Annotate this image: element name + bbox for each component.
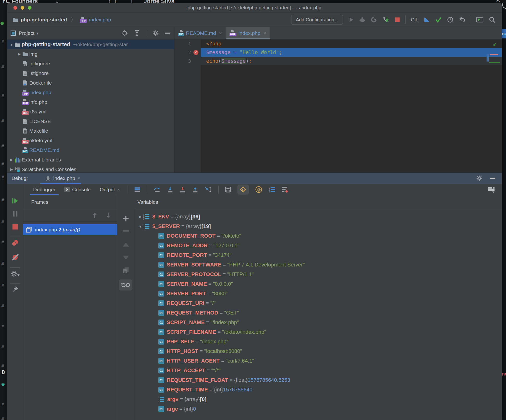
- close-session-icon[interactable]: ×: [78, 176, 80, 181]
- variable-row-_server[interactable]: ▼123$_SERVER = {array} [19]: [134, 221, 502, 231]
- tree-item-readme-md[interactable]: MDREADME.md: [7, 145, 174, 155]
- variable-row-script_name[interactable]: 01SCRIPT_NAME = "/index.php": [134, 318, 502, 327]
- debug-settings-icon[interactable]: [7, 270, 23, 277]
- tree-item-root[interactable]: ▼php-getting-started~/okteto/php-getting…: [7, 40, 174, 49]
- tab-output[interactable]: Output ×: [98, 184, 121, 195]
- step-out-icon[interactable]: [192, 187, 198, 193]
- debug-session-tab[interactable]: index.php ×: [42, 173, 84, 184]
- tree-item--stignore[interactable]: .stignore: [7, 68, 174, 78]
- variable-row-remote_port[interactable]: 01REMOTE_PORT = "34174": [134, 250, 502, 260]
- frame-row-selected[interactable]: index.php:2, {main}(): [23, 224, 117, 235]
- copy-icon[interactable]: [117, 267, 134, 274]
- variable-row-server_protocol[interactable]: 01SERVER_PROTOCOL = "HTTP/1.1": [134, 270, 502, 279]
- expander-closed-icon[interactable]: ▶: [17, 52, 21, 56]
- variable-row-request_time_float[interactable]: 01REQUEST_TIME_FLOAT = {float} 157678564…: [134, 375, 502, 385]
- variable-row-server_name[interactable]: 01SERVER_NAME = "0.0.0.0": [134, 279, 502, 289]
- variable-row-server_port[interactable]: 01SERVER_PORT = "8080": [134, 289, 502, 298]
- expander-open-icon[interactable]: ▼: [10, 42, 13, 47]
- tab-console[interactable]: Console: [63, 184, 92, 195]
- variable-row-script_filename[interactable]: 01SCRIPT_FILENAME = "/okteto/index.php": [134, 327, 502, 337]
- pin-icon[interactable]: [7, 286, 23, 293]
- remove-watch-icon[interactable]: [117, 230, 134, 232]
- view-breakpoints-icon[interactable]: [7, 240, 23, 246]
- stop-icon[interactable]: [395, 17, 400, 22]
- tree-item--gitignore[interactable]: .gitignore: [7, 59, 174, 68]
- variable-row-remote_addr[interactable]: 01REMOTE_ADDR = "127.0.0.1": [134, 241, 502, 250]
- rollback-icon[interactable]: [459, 17, 465, 23]
- variable-row-request_uri[interactable]: 01REQUEST_URI = "/": [134, 298, 502, 308]
- tree-item-okteto-yml[interactable]: YMLokteto.yml: [7, 136, 174, 145]
- gear-icon[interactable]: [153, 30, 159, 36]
- debug-icon[interactable]: [359, 17, 366, 23]
- numbered-keys-icon[interactable]: 123: [269, 187, 275, 193]
- stripe-vcs-mark[interactable]: [489, 62, 500, 63]
- breakpoint-icon[interactable]: ✓: [193, 50, 199, 55]
- variable-row-http_user_agent[interactable]: 01HTTP_USER_AGENT = "curl/7.64.1": [134, 356, 502, 366]
- tab-index-php[interactable]: PHP index.php ×: [226, 27, 270, 40]
- tree-item-index-php[interactable]: PHPindex.php: [7, 88, 174, 97]
- run-anything-icon[interactable]: [476, 17, 483, 23]
- variable-row-document_root[interactable]: 01DOCUMENT_ROOT = "/okteto": [134, 231, 502, 241]
- threads-view-icon[interactable]: [134, 187, 141, 192]
- gear-icon[interactable]: [476, 175, 482, 181]
- tab-debugger[interactable]: Debugger: [32, 184, 57, 195]
- expander-closed-icon[interactable]: ▶: [138, 214, 143, 219]
- expander-open-icon[interactable]: ▼: [138, 224, 143, 228]
- close-tab-icon[interactable]: ×: [264, 31, 266, 36]
- variable-row-server_software[interactable]: 01SERVER_SOFTWARE = "PHP 7.4.1 Developme…: [134, 260, 502, 270]
- resume-icon[interactable]: [7, 197, 23, 205]
- tree-item-img[interactable]: ▶img: [7, 49, 174, 59]
- stripe-breakpoint-mark[interactable]: [490, 54, 498, 55]
- code-line-3[interactable]: 3echo($message);: [174, 57, 502, 65]
- chevron-down-icon[interactable]: ▾: [36, 31, 38, 36]
- tab-readme[interactable]: MD README.md ×: [174, 27, 226, 40]
- code-area[interactable]: 1<?php2✓$message = "Hello World";3echo($…: [174, 40, 502, 173]
- stripe-exec-mark[interactable]: [486, 54, 489, 61]
- close-tab-icon[interactable]: ×: [117, 187, 120, 192]
- variable-row-argv[interactable]: 123argv = {array} [0]: [134, 394, 502, 404]
- code-line-2[interactable]: 2✓$message = "Hello World";: [174, 48, 502, 57]
- evaluate-expression-icon[interactable]: [225, 187, 231, 193]
- variable-row-http_accept[interactable]: 01HTTP_ACCEPT = "*/*": [134, 366, 502, 375]
- new-watch-icon[interactable]: [117, 215, 134, 222]
- project-panel-title[interactable]: Project: [19, 30, 34, 36]
- force-step-into-icon[interactable]: [180, 187, 186, 193]
- add-configuration-button[interactable]: Add Configuration...: [291, 15, 343, 25]
- search-everywhere-icon[interactable]: [489, 16, 495, 23]
- close-tab-icon[interactable]: ×: [219, 31, 222, 36]
- mute-breakpoints-icon[interactable]: [7, 254, 23, 261]
- stop-icon[interactable]: [7, 224, 23, 230]
- collapse-all-icon[interactable]: [134, 30, 140, 36]
- run-icon[interactable]: [348, 17, 354, 23]
- previous-frame-icon[interactable]: [92, 212, 97, 218]
- php-coverage-toggle-icon[interactable]: C: [237, 185, 249, 195]
- tree-item-info-php[interactable]: PHPinfo.php: [7, 97, 174, 107]
- add-to-watches-icon[interactable]: [282, 186, 289, 193]
- move-down-icon[interactable]: [117, 255, 134, 260]
- expander-closed-icon[interactable]: ▶: [10, 158, 13, 162]
- locate-file-icon[interactable]: [122, 30, 128, 36]
- variable-row-request_time[interactable]: 01REQUEST_TIME = {int} 1576785640: [134, 385, 502, 394]
- inspection-ok-icon[interactable]: ✔: [493, 41, 496, 47]
- hide-panel-icon[interactable]: [165, 32, 170, 34]
- tree-item-scratches-and-consoles[interactable]: ▶Scratches and Consoles: [7, 165, 174, 173]
- variable-row-argc[interactable]: 01argc = {int} 0: [134, 404, 502, 414]
- step-over-icon[interactable]: [153, 187, 161, 193]
- code-line-1[interactable]: 1<?php: [174, 40, 502, 48]
- show-watches-toggle-icon[interactable]: [119, 280, 132, 291]
- layout-settings-icon[interactable]: [488, 187, 495, 193]
- move-up-icon[interactable]: [117, 242, 134, 247]
- show-references-icon[interactable]: @: [255, 186, 262, 193]
- breadcrumb-file[interactable]: index.php: [89, 17, 111, 23]
- git-commit-icon[interactable]: [435, 17, 442, 23]
- git-update-icon[interactable]: [424, 17, 430, 23]
- breadcrumb-project[interactable]: php-getting-started: [21, 17, 67, 23]
- variable-row-_env[interactable]: ▶123$_ENV = {array} [36]: [134, 212, 502, 221]
- hide-panel-icon[interactable]: [490, 177, 495, 179]
- variable-row-request_method[interactable]: 01REQUEST_METHOD = "GET": [134, 308, 502, 318]
- variable-row-php_self[interactable]: 01PHP_SELF = "/index.php": [134, 337, 502, 347]
- run-to-cursor-icon[interactable]: [205, 187, 212, 193]
- step-into-icon[interactable]: [167, 187, 173, 193]
- profiler-icon[interactable]: [371, 17, 377, 23]
- history-icon[interactable]: [447, 17, 453, 23]
